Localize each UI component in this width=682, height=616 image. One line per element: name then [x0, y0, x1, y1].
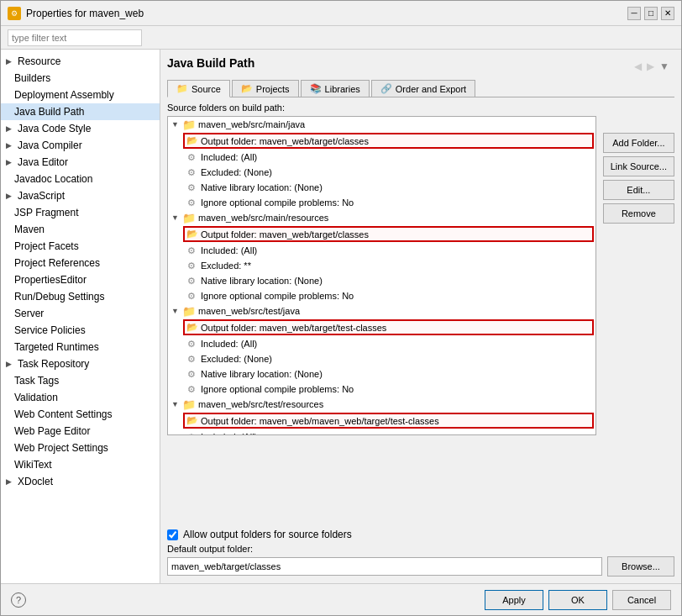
sidebar-item-xdoclet[interactable]: ▶ XDoclet: [1, 473, 160, 490]
tree-item[interactable]: ⚙ Included: (All): [168, 429, 595, 435]
tree-item[interactable]: ⚙ Excluded: (None): [168, 351, 595, 366]
highlighted-output-row[interactable]: 📂 Output folder: maven_web/maven_web/tar…: [183, 413, 594, 429]
close-button[interactable]: ✕: [661, 7, 674, 20]
tab-label: Projects: [256, 84, 290, 94]
sidebar-item-project-facets[interactable]: Project Facets: [1, 238, 160, 255]
tab-projects[interactable]: 📂 Projects: [232, 80, 299, 97]
tree-item[interactable]: ⚙ Included: (All): [168, 243, 595, 258]
tree-item[interactable]: ▼ 📁 maven_web/src/main/java: [168, 117, 595, 132]
leaf-icon: ⚙: [185, 196, 198, 209]
tab-libraries[interactable]: 📚 Libraries: [301, 80, 370, 97]
tree-item[interactable]: ⚙ Excluded: **: [168, 258, 595, 273]
nav-down-arrow[interactable]: ▼: [658, 61, 671, 72]
tree-item[interactable]: ⚙ Native library location: (None): [168, 180, 595, 195]
sidebar-item-service-policies[interactable]: Service Policies: [1, 322, 160, 339]
sidebar-item-java-editor[interactable]: ▶ Java Editor: [1, 154, 160, 171]
footer-right-buttons: Apply OK Cancel: [485, 590, 671, 610]
filter-input[interactable]: [8, 29, 142, 46]
sidebar-item-web-project-settings[interactable]: Web Project Settings: [1, 440, 160, 456]
tree-item[interactable]: ⚙ Included: (All): [168, 150, 595, 165]
sidebar-item-java-code-style[interactable]: ▶ Java Code Style: [1, 120, 160, 137]
sidebar-item-label: Java Editor: [18, 156, 68, 168]
sidebar-item-javadoc-location[interactable]: Javadoc Location: [1, 171, 160, 187]
sidebar-item-jsp-fragment[interactable]: JSP Fragment: [1, 204, 160, 221]
leaf-icon: ⚙: [185, 367, 198, 381]
sidebar-item-run-debug-settings[interactable]: Run/Debug Settings: [1, 288, 160, 305]
tree-panel[interactable]: ▼ 📁 maven_web/src/main/java 📂 Output fol…: [167, 116, 596, 435]
tree-item[interactable]: ⚙ Included: (All): [168, 336, 595, 351]
tree-toggle: ▼: [171, 213, 180, 222]
highlighted-output-row[interactable]: 📂 Output folder: maven_web/target/test-c…: [183, 319, 594, 335]
sidebar-item-task-repository[interactable]: ▶ Task Repository: [1, 355, 160, 372]
tabs-container: 📁 Source 📂 Projects 📚 Libraries 🔗 Order …: [167, 80, 674, 97]
filter-toolbar: [1, 26, 681, 50]
browse-button[interactable]: Browse...: [607, 556, 674, 577]
ok-button[interactable]: OK: [548, 590, 607, 610]
minimize-button[interactable]: ─: [627, 7, 641, 20]
titlebar: ⚙ Properties for maven_web ─ □ ✕: [1, 1, 681, 26]
sidebar-item-label: Java Compiler: [18, 140, 82, 151]
tree-item[interactable]: ▼ 📁 maven_web/src/test/java: [168, 303, 595, 319]
sidebar-item-javascript[interactable]: ▶ JavaScript: [1, 187, 160, 204]
allow-output-label: Allow output folders for source folders: [183, 529, 352, 540]
link-source-button[interactable]: Link Source...: [603, 156, 674, 176]
arrow-icon: ▶: [6, 192, 14, 200]
panel-title: Java Build Path: [167, 56, 254, 70]
tree-item[interactable]: ⚙ Native library location: (None): [168, 273, 595, 288]
tree-item[interactable]: ⚙ Native library location: (None): [168, 366, 595, 382]
tree-item[interactable]: ⚙ Excluded: (None): [168, 165, 595, 180]
tab-order-export[interactable]: 🔗 Order and Export: [371, 80, 475, 97]
sidebar-item-builders[interactable]: Builders: [1, 70, 160, 87]
main-content: ▶ Resource Builders Deployment Assembly …: [1, 50, 681, 583]
sidebar-item-label: Task Tags: [14, 375, 59, 387]
sidebar-item-validation[interactable]: Validation: [1, 389, 160, 406]
highlighted-output-row[interactable]: 📂 Output folder: maven_web/target/classe…: [183, 133, 594, 149]
sidebar-item-targeted-runtimes[interactable]: Targeted Runtimes: [1, 339, 160, 355]
tree-item-label: maven_web/src/main/resources: [198, 213, 328, 223]
tree-item[interactable]: ⚙ Ignore optional compile problems: No: [168, 195, 595, 210]
sidebar-item-project-references[interactable]: Project References: [1, 255, 160, 271]
tree-item-label: Output folder: maven_web/target/classes: [201, 229, 369, 240]
sidebar-item-web-page-editor[interactable]: Web Page Editor: [1, 423, 160, 440]
tree-and-buttons: ▼ 📁 maven_web/src/main/java 📂 Output fol…: [167, 116, 674, 524]
cancel-button[interactable]: Cancel: [612, 590, 671, 610]
nav-forward-arrow[interactable]: ▶: [645, 61, 656, 72]
sidebar-item-java-compiler[interactable]: ▶ Java Compiler: [1, 137, 160, 154]
sidebar-item-server[interactable]: Server: [1, 305, 160, 322]
sidebar-item-java-build-path[interactable]: Java Build Path: [1, 103, 160, 120]
maximize-button[interactable]: □: [644, 7, 658, 20]
sidebar-item-wikitext[interactable]: WikiText: [1, 456, 160, 473]
tree-item-label: Included: (All): [201, 152, 257, 162]
tree-item[interactable]: ⚙ Ignore optional compile problems: No: [168, 382, 595, 397]
leaf-icon: ⚙: [185, 352, 198, 366]
tree-item[interactable]: ⚙ Ignore optional compile problems: No: [168, 288, 595, 303]
sidebar-item-maven[interactable]: Maven: [1, 221, 160, 238]
sidebar-item-web-content-settings[interactable]: Web Content Settings: [1, 406, 160, 423]
sidebar-item-task-tags[interactable]: Task Tags: [1, 372, 160, 389]
tab-label: Source: [191, 84, 221, 94]
sidebar-item-label: Java Code Style: [18, 123, 91, 134]
add-folder-button[interactable]: Add Folder...: [603, 133, 674, 153]
tab-label: Order and Export: [396, 84, 466, 94]
tree-item[interactable]: ▼ 📁 maven_web/src/main/resources: [168, 210, 595, 225]
highlighted-output-row[interactable]: 📂 Output folder: maven_web/target/classe…: [183, 226, 594, 242]
tree-item-label: Native library location: (None): [201, 276, 323, 286]
tree-toggle: ▼: [171, 307, 180, 315]
sidebar-item-deployment-assembly[interactable]: Deployment Assembly: [1, 87, 160, 103]
edit-button[interactable]: Edit...: [603, 180, 674, 200]
allow-output-checkbox[interactable]: [167, 529, 178, 540]
tree-item[interactable]: ▼ 📁 maven_web/src/test/resources: [168, 397, 595, 412]
sidebar-item-resource[interactable]: ▶ Resource: [1, 53, 160, 70]
sidebar-item-label: Maven: [14, 224, 45, 235]
sidebar-item-label: Deployment Assembly: [14, 89, 114, 101]
apply-button[interactable]: Apply: [485, 590, 543, 610]
nav-arrows: ◀ ▶ ▼: [632, 61, 671, 72]
tree-toggle: ▼: [171, 400, 180, 408]
remove-button[interactable]: Remove: [603, 203, 674, 224]
nav-back-arrow[interactable]: ◀: [632, 61, 643, 72]
sidebar-item-properties-editor[interactable]: PropertiesEditor: [1, 271, 160, 288]
tab-source[interactable]: 📁 Source: [167, 80, 230, 97]
help-button[interactable]: ?: [11, 592, 26, 608]
window-title: Properties for maven_web: [26, 8, 144, 19]
default-output-input[interactable]: [167, 557, 602, 576]
